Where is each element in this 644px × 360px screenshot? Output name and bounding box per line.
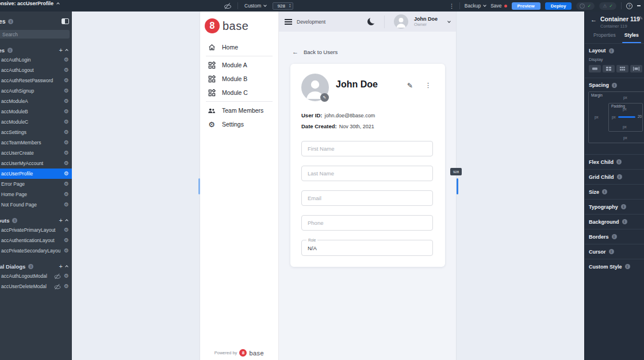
- page-settings-gear-icon[interactable]: ⚙: [64, 192, 69, 197]
- layout-settings-gear-icon[interactable]: ⚙: [64, 227, 69, 233]
- page-settings-gear-icon[interactable]: ⚙: [64, 150, 69, 156]
- layout-list-item[interactable]: accPrivateSecondaryLayout ⚙: [0, 246, 72, 256]
- page-list-item[interactable]: Home Page ⚙: [0, 189, 72, 200]
- page-settings-gear-icon[interactable]: ⚙: [64, 88, 69, 94]
- role-field[interactable]: Role N/A: [301, 240, 433, 256]
- info-icon[interactable]: i: [8, 19, 13, 24]
- deploy-button[interactable]: Deploy: [545, 2, 572, 10]
- info-icon[interactable]: i: [612, 234, 617, 239]
- add-modal-icon[interactable]: +: [59, 263, 63, 269]
- canvas-resize-handle-right[interactable]: [457, 178, 458, 194]
- info-icon[interactable]: i: [609, 249, 614, 254]
- page-list-item[interactable]: accUserMyAccount ⚙: [0, 158, 72, 168]
- page-list-item[interactable]: accAuthResetPassword ⚙: [0, 75, 72, 86]
- page-title-block[interactable]: Responsive: accUserProfile /:id: [0, 1, 59, 12]
- rename-pencil-icon[interactable]: ✎: [639, 16, 643, 21]
- profile-overflow-menu-icon[interactable]: ⋮: [425, 82, 431, 89]
- page-list-item[interactable]: accAuthLogout ⚙: [0, 65, 72, 75]
- issues-status-pill[interactable]: ! ✓: [576, 2, 595, 10]
- modal-settings-gear-icon[interactable]: ⚙: [64, 273, 69, 279]
- page-list-item[interactable]: accModuleC ⚙: [0, 117, 72, 127]
- tab-properties[interactable]: Properties: [593, 32, 616, 43]
- hidden-eye-off-icon[interactable]: [55, 274, 60, 279]
- page-settings-gear-icon[interactable]: ⚙: [64, 98, 69, 104]
- save-button[interactable]: Save: [490, 3, 507, 9]
- search-input[interactable]: [0, 30, 70, 39]
- collapse-panel-icon[interactable]: [62, 18, 69, 24]
- text-input[interactable]: [301, 166, 433, 181]
- page-list-item[interactable]: accTeamMembers ⚙: [0, 137, 72, 148]
- padding-left-slider[interactable]: [618, 116, 635, 118]
- collapse-section-icon[interactable]: [65, 219, 68, 223]
- modal-list-item[interactable]: accUserDeleteModal ⚙: [0, 281, 72, 292]
- app-nav-item[interactable]: Team Members: [200, 104, 278, 117]
- edit-profile-pencil-icon[interactable]: ✎: [407, 82, 413, 90]
- chevron-up-icon[interactable]: [56, 2, 60, 6]
- text-input[interactable]: [301, 215, 433, 231]
- user-menu[interactable]: John Doe Owner: [414, 16, 438, 28]
- edit-avatar-pencil-icon[interactable]: ✎: [320, 93, 329, 102]
- page-settings-gear-icon[interactable]: ⚙: [64, 129, 69, 135]
- display-option-button[interactable]: [603, 65, 615, 72]
- back-to-users-link[interactable]: ← Back to Users: [292, 48, 338, 55]
- inspector-section-row[interactable]: Flex Child i: [585, 154, 644, 169]
- margin-left-unit[interactable]: px: [595, 115, 599, 119]
- margin-box[interactable]: Margin px px px Padding px px 20 px: [588, 91, 644, 143]
- display-option-button[interactable]: [589, 65, 601, 72]
- overflow-menu-icon[interactable]: ⋮: [449, 3, 455, 9]
- inspector-section-row[interactable]: Cursor i: [585, 244, 644, 259]
- device-mode-dropdown[interactable]: Custom: [244, 3, 266, 9]
- chevron-down-icon[interactable]: [447, 20, 451, 23]
- page-settings-gear-icon[interactable]: ⚙: [64, 160, 69, 166]
- stepper-arrows[interactable]: ▲▼: [289, 3, 291, 8]
- info-icon[interactable]: i: [609, 48, 614, 53]
- help-icon[interactable]: ?: [626, 3, 632, 9]
- page-settings-gear-icon[interactable]: ⚙: [64, 78, 69, 83]
- padding-left-unit[interactable]: px: [612, 115, 616, 119]
- collapse-section-icon[interactable]: [65, 49, 68, 52]
- text-input[interactable]: [301, 190, 433, 206]
- user-profile-card[interactable]: ✎ John Doe ✎ ⋮ User ID:john.doe@8base.co…: [290, 64, 445, 267]
- page-list-item[interactable]: accUserProfile ⚙: [0, 168, 72, 179]
- padding-bottom-unit[interactable]: px: [623, 125, 627, 129]
- modal-settings-gear-icon[interactable]: ⚙: [64, 284, 69, 289]
- app-nav-item[interactable]: Module B: [200, 72, 278, 86]
- collapse-section-icon[interactable]: [65, 265, 68, 269]
- info-icon[interactable]: i: [28, 264, 33, 269]
- page-list-item[interactable]: accAuthLogin ⚙: [0, 55, 72, 65]
- inspector-section-row[interactable]: Custom Style i: [585, 259, 644, 274]
- info-icon[interactable]: i: [625, 264, 630, 269]
- info-icon[interactable]: i: [602, 189, 607, 194]
- page-settings-gear-icon[interactable]: ⚙: [64, 140, 69, 145]
- layout-list-item[interactable]: accPrivatePrimaryLayout ⚙: [0, 225, 72, 235]
- page-settings-gear-icon[interactable]: ⚙: [64, 181, 69, 187]
- layout-settings-gear-icon[interactable]: ⚙: [64, 238, 69, 243]
- page-settings-gear-icon[interactable]: ⚙: [64, 202, 69, 208]
- add-layout-icon[interactable]: +: [59, 217, 63, 223]
- app-nav-item[interactable]: ⚙ Settings: [200, 117, 278, 131]
- page-settings-gear-icon[interactable]: ⚙: [64, 119, 69, 125]
- hamburger-menu-icon[interactable]: [285, 21, 292, 22]
- inspector-section-row[interactable]: Size i: [585, 184, 644, 199]
- margin-bottom-unit[interactable]: px: [623, 136, 627, 140]
- back-arrow-icon[interactable]: ←: [591, 16, 597, 23]
- padding-top-unit[interactable]: px: [623, 107, 627, 111]
- layout-list-item[interactable]: accAuthenticationLayout ⚙: [0, 235, 72, 246]
- info-icon[interactable]: i: [12, 218, 17, 223]
- add-page-icon[interactable]: +: [59, 47, 63, 53]
- design-canvas[interactable]: 8 base Home M: [72, 12, 584, 360]
- text-input[interactable]: [301, 141, 433, 156]
- display-option-button[interactable]: [630, 65, 642, 72]
- info-icon[interactable]: i: [612, 83, 617, 88]
- stepper-down-icon[interactable]: ▼: [289, 6, 291, 8]
- page-settings-gear-icon[interactable]: ⚙: [64, 67, 69, 73]
- page-list-item[interactable]: accSettings ⚙: [0, 127, 72, 137]
- modal-list-item[interactable]: accAuthLogoutModal ⚙: [0, 271, 72, 281]
- layout-settings-gear-icon[interactable]: ⚙: [64, 248, 69, 254]
- hide-ui-eye-off-icon[interactable]: [224, 3, 231, 9]
- collapse-toolbar-icon[interactable]: [637, 5, 641, 6]
- info-icon[interactable]: i: [7, 48, 13, 53]
- page-settings-gear-icon[interactable]: ⚙: [64, 57, 69, 63]
- margin-top-unit[interactable]: px: [623, 95, 627, 99]
- page-list-item[interactable]: accUserCreate ⚙: [0, 148, 72, 158]
